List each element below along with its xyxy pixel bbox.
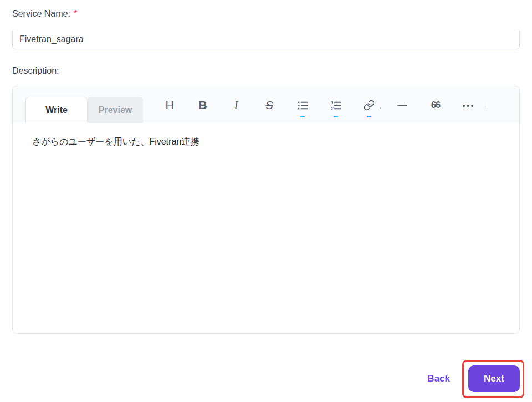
link-badge: [367, 116, 371, 117]
formatting-toolbar: H B I S: [163, 97, 487, 113]
bold-icon: B: [198, 99, 207, 112]
tab-preview[interactable]: Preview: [88, 97, 143, 123]
footer-actions: Back Next: [12, 365, 520, 392]
numbered-list-button[interactable]: 12: [329, 98, 342, 112]
back-button[interactable]: Back: [427, 373, 450, 384]
editor-toolbar-bar: Write Preview H B I S: [13, 86, 519, 123]
bullet-list-icon: [298, 100, 308, 111]
description-textarea[interactable]: さがらのユーザーを用いた、Fivetran連携: [13, 123, 519, 333]
description-label: Description:: [12, 65, 520, 77]
next-button[interactable]: Next: [468, 365, 520, 392]
svg-text:1: 1: [331, 100, 334, 105]
link-icon: [364, 100, 375, 111]
editor-tabs: Write Preview: [25, 97, 143, 123]
bullet-list-button[interactable]: [296, 98, 309, 112]
service-name-label-text: Service Name:: [12, 9, 70, 18]
bold-button[interactable]: B: [196, 98, 209, 112]
horizontal-rule-button[interactable]: [396, 98, 409, 112]
next-button-wrapper: Next: [468, 365, 520, 392]
tab-write[interactable]: Write: [25, 97, 88, 123]
required-asterisk: *: [74, 9, 77, 18]
more-icon: •••: [463, 101, 475, 110]
numbered-list-badge: [334, 116, 338, 117]
quote-button[interactable]: 66: [429, 98, 442, 112]
more-button[interactable]: •••: [462, 98, 475, 112]
link-dot-mark: [380, 107, 381, 109]
strikethrough-icon: S: [265, 99, 273, 112]
horizontal-rule-icon: [397, 105, 407, 106]
toolbar-divider: [487, 102, 487, 109]
italic-button[interactable]: I: [229, 98, 243, 112]
service-name-label: Service Name:*: [12, 8, 520, 20]
svg-text:2: 2: [331, 105, 334, 110]
italic-icon: I: [234, 99, 238, 112]
quote-icon: 66: [431, 100, 440, 110]
bullet-list-badge: [300, 116, 305, 117]
service-name-input[interactable]: [12, 29, 520, 49]
heading-icon: H: [165, 99, 173, 112]
link-button[interactable]: [362, 98, 376, 112]
numbered-list-icon: 12: [331, 100, 341, 111]
strikethrough-button[interactable]: S: [263, 98, 276, 112]
markdown-editor: Write Preview H B I S: [12, 86, 520, 334]
heading-button[interactable]: H: [163, 98, 176, 112]
